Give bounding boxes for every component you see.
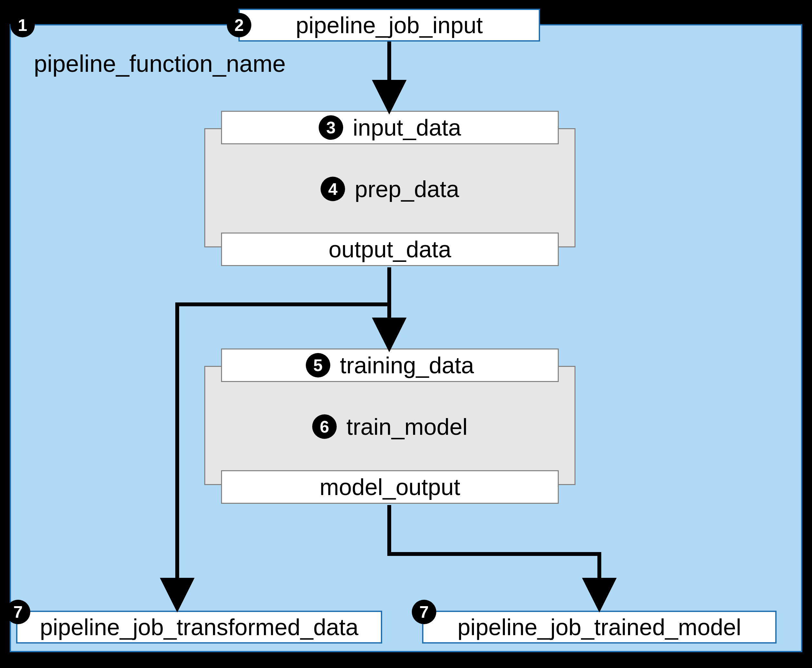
badge-7a: 7 [6,600,30,624]
badge-4: 4 [321,177,345,201]
train-output-label: model_output [320,474,460,500]
prep-data-label: 4 prep_data [321,174,459,202]
train-model-component: 6 train_model [204,366,576,485]
prep-input-label: input_data [353,114,461,141]
pipeline-job-trained-model-box: pipeline_job_trained_model [422,611,777,643]
badge-2: 2 [227,13,251,37]
prep-data-component: 4 prep_data [204,128,576,247]
prep-data-name: prep_data [355,176,459,202]
prep-output-slot: output_data [221,232,559,266]
train-input-label: training_data [340,352,474,379]
train-model-label: 6 train_model [312,411,467,440]
pipeline-function-name: pipeline_function_name [34,50,286,77]
prep-output-label: output_data [329,236,451,262]
badge-6: 6 [312,414,337,439]
train-model-name: train_model [347,414,467,440]
badge-5: 5 [306,353,330,377]
badge-3: 3 [319,115,343,140]
badge-1: 1 [10,13,35,37]
pipeline-job-transformed-data-box: pipeline_job_transformed_data [16,611,382,643]
prep-input-slot: 3 input_data [221,111,559,144]
badge-7b: 7 [412,600,436,624]
train-output-slot: model_output [221,470,559,504]
train-input-slot: 5 training_data [221,349,559,382]
pipeline-job-input-box: pipeline_job_input [238,9,540,42]
